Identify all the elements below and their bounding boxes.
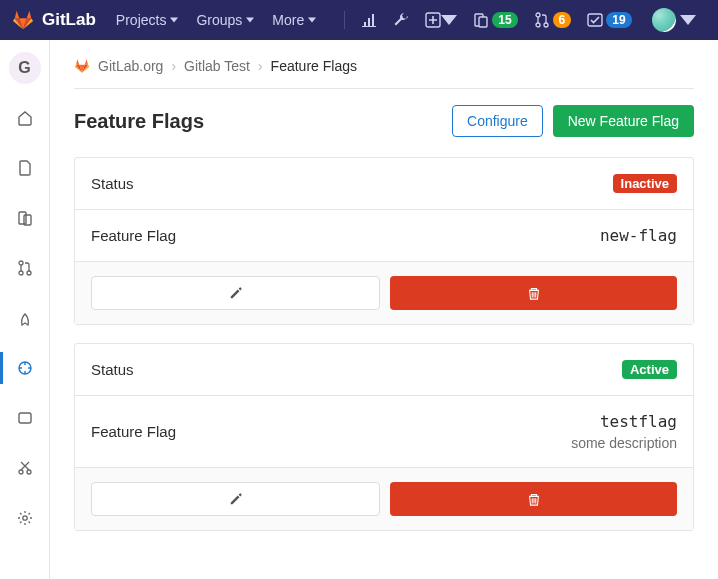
svg-point-3 xyxy=(536,13,540,17)
svg-point-14 xyxy=(19,470,23,474)
feature-flag-label: Feature Flag xyxy=(91,227,176,244)
svg-point-4 xyxy=(536,23,540,27)
trash-icon xyxy=(527,492,541,506)
svg-point-5 xyxy=(544,23,548,27)
chevron-down-icon xyxy=(441,12,457,28)
todos-count: 19 xyxy=(606,12,631,28)
user-menu[interactable] xyxy=(648,8,696,32)
todos-icon[interactable]: 19 xyxy=(587,12,631,28)
breadcrumb-page: Feature Flags xyxy=(271,58,357,74)
wrench-icon[interactable] xyxy=(393,12,409,28)
chevron-down-icon xyxy=(680,12,696,28)
status-badge: Inactive xyxy=(613,174,677,193)
edit-button[interactable] xyxy=(91,482,380,516)
svg-rect-2 xyxy=(479,17,487,27)
nav-more[interactable]: More xyxy=(272,12,316,28)
svg-point-16 xyxy=(22,516,26,520)
sidebar-cicd-icon[interactable] xyxy=(9,302,41,334)
feature-flag-card: Status Inactive Feature Flag new-flag xyxy=(74,157,694,325)
sidebar: G xyxy=(0,40,50,579)
issues-icon[interactable]: 15 xyxy=(473,12,517,28)
svg-rect-13 xyxy=(19,413,31,423)
delete-button[interactable] xyxy=(390,482,677,516)
sidebar-snippets-icon[interactable] xyxy=(9,452,41,484)
flag-description: some description xyxy=(571,435,677,451)
feature-flag-card: Status Active Feature Flag testflag some… xyxy=(74,343,694,531)
flag-name: testflag xyxy=(571,412,677,431)
nav-groups-label: Groups xyxy=(196,12,242,28)
status-label: Status xyxy=(91,361,134,378)
plus-icon[interactable] xyxy=(425,12,457,28)
svg-point-10 xyxy=(19,271,23,275)
breadcrumb-sep: › xyxy=(171,58,176,74)
main-content: GitLab.org › Gitlab Test › Feature Flags… xyxy=(50,40,718,579)
svg-point-11 xyxy=(27,271,31,275)
merge-requests-icon[interactable]: 6 xyxy=(534,12,572,28)
trash-icon xyxy=(527,286,541,300)
status-label: Status xyxy=(91,175,134,192)
sidebar-issues-icon[interactable] xyxy=(9,202,41,234)
breadcrumb-project[interactable]: Gitlab Test xyxy=(184,58,250,74)
configure-button[interactable]: Configure xyxy=(452,105,543,137)
pencil-icon xyxy=(229,492,243,506)
nav-separator xyxy=(344,11,345,29)
breadcrumb-sep: › xyxy=(258,58,263,74)
tanuki-icon xyxy=(74,58,90,74)
project-avatar[interactable]: G xyxy=(9,52,41,84)
svg-point-15 xyxy=(27,470,31,474)
chevron-down-icon xyxy=(170,16,178,24)
status-badge: Active xyxy=(622,360,677,379)
svg-rect-7 xyxy=(19,212,26,224)
brand-name: GitLab xyxy=(42,10,96,30)
delete-button[interactable] xyxy=(390,276,677,310)
nav-more-label: More xyxy=(272,12,304,28)
breadcrumb: GitLab.org › Gitlab Test › Feature Flags xyxy=(74,58,694,89)
avatar xyxy=(652,8,676,32)
chevron-down-icon xyxy=(308,16,316,24)
edit-button[interactable] xyxy=(91,276,380,310)
nav-projects-label: Projects xyxy=(116,12,167,28)
issues-count: 15 xyxy=(492,12,517,28)
sidebar-home-icon[interactable] xyxy=(9,102,41,134)
breadcrumb-group[interactable]: GitLab.org xyxy=(98,58,163,74)
sidebar-operations-icon[interactable] xyxy=(9,352,41,384)
pencil-icon xyxy=(229,286,243,300)
sidebar-settings-icon[interactable] xyxy=(9,502,41,534)
sidebar-merge-requests-icon[interactable] xyxy=(9,252,41,284)
new-feature-flag-button[interactable]: New Feature Flag xyxy=(553,105,694,137)
flag-name: new-flag xyxy=(600,226,677,245)
activity-icon[interactable] xyxy=(361,12,377,28)
top-navbar: GitLab Projects Groups More 15 6 xyxy=(0,0,718,40)
nav-projects[interactable]: Projects xyxy=(116,12,179,28)
sidebar-repository-icon[interactable] xyxy=(9,152,41,184)
page-title: Feature Flags xyxy=(74,110,204,133)
sidebar-registry-icon[interactable] xyxy=(9,402,41,434)
svg-point-9 xyxy=(19,261,23,265)
mrs-count: 6 xyxy=(553,12,572,28)
feature-flag-label: Feature Flag xyxy=(91,423,176,440)
gitlab-logo-icon[interactable] xyxy=(12,9,34,31)
nav-groups[interactable]: Groups xyxy=(196,12,254,28)
chevron-down-icon xyxy=(246,16,254,24)
